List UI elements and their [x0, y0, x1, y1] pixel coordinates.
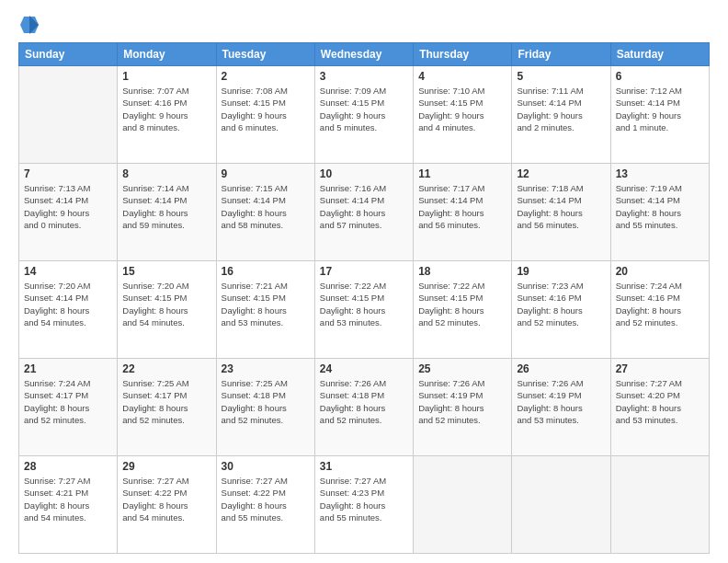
day-number: 16 — [222, 265, 310, 278]
day-cell: 2Sunrise: 7:08 AM Sunset: 4:15 PM Daylig… — [216, 66, 314, 164]
day-info: Sunrise: 7:14 AM Sunset: 4:14 PM Dayligh… — [122, 182, 210, 231]
calendar-body: 1Sunrise: 7:07 AM Sunset: 4:16 PM Daylig… — [19, 66, 710, 554]
day-number: 28 — [24, 460, 112, 473]
week-row-3: 14Sunrise: 7:20 AM Sunset: 4:14 PM Dayli… — [19, 261, 710, 359]
header-cell-sunday: Sunday — [19, 43, 118, 66]
day-info: Sunrise: 7:10 AM Sunset: 4:15 PM Dayligh… — [418, 85, 506, 133]
header — [18, 15, 710, 35]
logo-icon — [20, 15, 39, 35]
day-number: 23 — [222, 362, 310, 375]
day-info: Sunrise: 7:12 AM Sunset: 4:14 PM Dayligh… — [616, 85, 704, 133]
day-info: Sunrise: 7:16 AM Sunset: 4:14 PM Dayligh… — [320, 182, 408, 231]
day-info: Sunrise: 7:15 AM Sunset: 4:14 PM Dayligh… — [222, 182, 310, 231]
week-row-5: 28Sunrise: 7:27 AM Sunset: 4:21 PM Dayli… — [19, 456, 710, 554]
day-info: Sunrise: 7:26 AM Sunset: 4:19 PM Dayligh… — [517, 377, 605, 426]
day-cell: 18Sunrise: 7:22 AM Sunset: 4:15 PM Dayli… — [414, 261, 512, 359]
calendar-table: SundayMondayTuesdayWednesdayThursdayFrid… — [18, 42, 710, 554]
day-info: Sunrise: 7:11 AM Sunset: 4:14 PM Dayligh… — [517, 85, 605, 133]
day-info: Sunrise: 7:09 AM Sunset: 4:15 PM Dayligh… — [320, 85, 408, 133]
day-number: 22 — [122, 362, 210, 375]
page: SundayMondayTuesdayWednesdayThursdayFrid… — [0, 0, 728, 563]
day-cell — [414, 456, 512, 554]
day-info: Sunrise: 7:26 AM Sunset: 4:18 PM Dayligh… — [320, 377, 408, 426]
day-info: Sunrise: 7:20 AM Sunset: 4:14 PM Dayligh… — [24, 280, 112, 328]
week-row-2: 7Sunrise: 7:13 AM Sunset: 4:14 PM Daylig… — [19, 164, 710, 261]
day-info: Sunrise: 7:25 AM Sunset: 4:18 PM Dayligh… — [222, 377, 310, 426]
day-info: Sunrise: 7:22 AM Sunset: 4:15 PM Dayligh… — [418, 280, 506, 328]
week-row-4: 21Sunrise: 7:24 AM Sunset: 4:17 PM Dayli… — [19, 359, 710, 456]
day-info: Sunrise: 7:27 AM Sunset: 4:22 PM Dayligh… — [122, 475, 210, 523]
day-number: 25 — [418, 362, 506, 375]
day-cell: 3Sunrise: 7:09 AM Sunset: 4:15 PM Daylig… — [314, 66, 413, 164]
day-number: 5 — [517, 70, 605, 83]
day-cell: 11Sunrise: 7:17 AM Sunset: 4:14 PM Dayli… — [414, 164, 512, 261]
header-cell-tuesday: Tuesday — [216, 43, 314, 66]
day-info: Sunrise: 7:18 AM Sunset: 4:14 PM Dayligh… — [517, 182, 605, 231]
day-number: 20 — [616, 265, 704, 278]
day-cell — [19, 66, 118, 164]
day-cell: 24Sunrise: 7:26 AM Sunset: 4:18 PM Dayli… — [314, 359, 413, 456]
day-number: 24 — [320, 362, 408, 375]
day-cell: 26Sunrise: 7:26 AM Sunset: 4:19 PM Dayli… — [512, 359, 610, 456]
calendar-header-row: SundayMondayTuesdayWednesdayThursdayFrid… — [19, 43, 710, 66]
day-cell: 29Sunrise: 7:27 AM Sunset: 4:22 PM Dayli… — [118, 456, 216, 554]
day-number: 15 — [122, 265, 210, 278]
day-number: 26 — [517, 362, 605, 375]
day-number: 18 — [418, 265, 506, 278]
day-info: Sunrise: 7:07 AM Sunset: 4:16 PM Dayligh… — [122, 85, 210, 133]
day-cell: 28Sunrise: 7:27 AM Sunset: 4:21 PM Dayli… — [19, 456, 118, 554]
day-cell: 16Sunrise: 7:21 AM Sunset: 4:15 PM Dayli… — [216, 261, 314, 359]
day-info: Sunrise: 7:23 AM Sunset: 4:16 PM Dayligh… — [517, 280, 605, 328]
day-cell: 17Sunrise: 7:22 AM Sunset: 4:15 PM Dayli… — [314, 261, 413, 359]
week-row-1: 1Sunrise: 7:07 AM Sunset: 4:16 PM Daylig… — [19, 66, 710, 164]
header-cell-thursday: Thursday — [414, 43, 512, 66]
day-number: 1 — [122, 70, 210, 83]
day-info: Sunrise: 7:13 AM Sunset: 4:14 PM Dayligh… — [24, 182, 112, 231]
day-cell: 21Sunrise: 7:24 AM Sunset: 4:17 PM Dayli… — [19, 359, 118, 456]
day-number: 19 — [517, 265, 605, 278]
day-number: 12 — [517, 167, 605, 180]
day-number: 6 — [616, 70, 704, 83]
day-cell: 10Sunrise: 7:16 AM Sunset: 4:14 PM Dayli… — [314, 164, 413, 261]
day-info: Sunrise: 7:27 AM Sunset: 4:21 PM Dayligh… — [24, 475, 112, 523]
day-number: 8 — [122, 167, 210, 180]
day-number: 17 — [320, 265, 408, 278]
day-cell — [512, 456, 610, 554]
day-info: Sunrise: 7:27 AM Sunset: 4:22 PM Dayligh… — [222, 475, 310, 523]
day-number: 14 — [24, 265, 112, 278]
logo — [18, 15, 39, 35]
day-info: Sunrise: 7:19 AM Sunset: 4:14 PM Dayligh… — [616, 182, 704, 231]
day-info: Sunrise: 7:24 AM Sunset: 4:16 PM Dayligh… — [616, 280, 704, 328]
day-cell: 7Sunrise: 7:13 AM Sunset: 4:14 PM Daylig… — [19, 164, 118, 261]
day-cell: 15Sunrise: 7:20 AM Sunset: 4:15 PM Dayli… — [118, 261, 216, 359]
day-cell: 27Sunrise: 7:27 AM Sunset: 4:20 PM Dayli… — [610, 359, 709, 456]
day-cell: 31Sunrise: 7:27 AM Sunset: 4:23 PM Dayli… — [314, 456, 413, 554]
day-cell: 4Sunrise: 7:10 AM Sunset: 4:15 PM Daylig… — [414, 66, 512, 164]
day-info: Sunrise: 7:27 AM Sunset: 4:20 PM Dayligh… — [616, 377, 704, 426]
day-cell: 9Sunrise: 7:15 AM Sunset: 4:14 PM Daylig… — [216, 164, 314, 261]
day-info: Sunrise: 7:22 AM Sunset: 4:15 PM Dayligh… — [320, 280, 408, 328]
day-cell: 14Sunrise: 7:20 AM Sunset: 4:14 PM Dayli… — [19, 261, 118, 359]
day-info: Sunrise: 7:08 AM Sunset: 4:15 PM Dayligh… — [222, 85, 310, 133]
day-number: 21 — [24, 362, 112, 375]
day-number: 4 — [418, 70, 506, 83]
day-number: 2 — [222, 70, 310, 83]
day-cell: 6Sunrise: 7:12 AM Sunset: 4:14 PM Daylig… — [610, 66, 709, 164]
day-info: Sunrise: 7:27 AM Sunset: 4:23 PM Dayligh… — [320, 475, 408, 523]
day-info: Sunrise: 7:17 AM Sunset: 4:14 PM Dayligh… — [418, 182, 506, 231]
day-number: 27 — [616, 362, 704, 375]
day-number: 7 — [24, 167, 112, 180]
header-cell-friday: Friday — [512, 43, 610, 66]
day-cell: 12Sunrise: 7:18 AM Sunset: 4:14 PM Dayli… — [512, 164, 610, 261]
day-cell: 25Sunrise: 7:26 AM Sunset: 4:19 PM Dayli… — [414, 359, 512, 456]
day-cell: 1Sunrise: 7:07 AM Sunset: 4:16 PM Daylig… — [118, 66, 216, 164]
day-cell: 5Sunrise: 7:11 AM Sunset: 4:14 PM Daylig… — [512, 66, 610, 164]
day-info: Sunrise: 7:21 AM Sunset: 4:15 PM Dayligh… — [222, 280, 310, 328]
header-cell-monday: Monday — [118, 43, 216, 66]
header-cell-saturday: Saturday — [610, 43, 709, 66]
day-info: Sunrise: 7:20 AM Sunset: 4:15 PM Dayligh… — [122, 280, 210, 328]
day-cell: 23Sunrise: 7:25 AM Sunset: 4:18 PM Dayli… — [216, 359, 314, 456]
day-info: Sunrise: 7:25 AM Sunset: 4:17 PM Dayligh… — [122, 377, 210, 426]
day-number: 9 — [222, 167, 310, 180]
day-info: Sunrise: 7:26 AM Sunset: 4:19 PM Dayligh… — [418, 377, 506, 426]
